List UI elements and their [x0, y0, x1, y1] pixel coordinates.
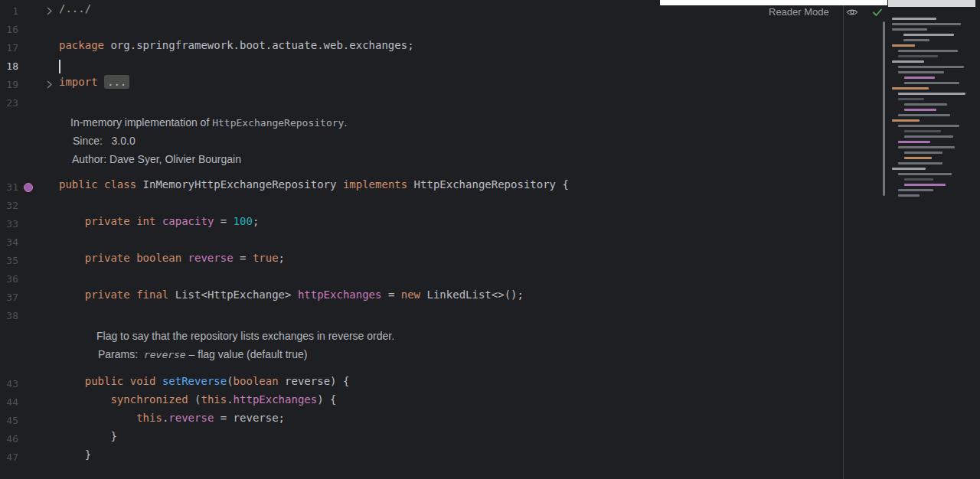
code-line[interactable]: 35 private boolean reverse = true;: [0, 252, 980, 270]
code-line[interactable]: 19import ...: [0, 76, 980, 94]
code-token: HttpExchangeRepository: [212, 117, 344, 129]
line-content: synchronized (this.httpExchanges) {: [59, 393, 980, 412]
minimap-line: [898, 162, 942, 165]
line-content: [59, 307, 980, 325]
line-number[interactable]: 1: [0, 2, 18, 21]
rendered-doc-line[interactable]: Flag to say that the repository lists ex…: [0, 330, 980, 348]
line-content: package org.springframework.boot.actuate…: [59, 39, 980, 57]
code-line[interactable]: 38: [0, 307, 980, 325]
minimap-line: [903, 34, 954, 36]
line-number[interactable]: 47: [0, 448, 18, 467]
fold-arrow-icon[interactable]: [44, 79, 55, 90]
code-line[interactable]: 23: [0, 94, 980, 112]
code-line[interactable]: 37 private final List<HttpExchange> http…: [0, 288, 980, 307]
minimap-line: [892, 60, 924, 63]
scrollbar-thumb[interactable]: [883, 21, 885, 196]
line-number[interactable]: 46: [0, 430, 18, 448]
code-line[interactable]: 47 }: [0, 448, 980, 467]
fold-arrow-icon[interactable]: [44, 5, 55, 17]
line-number[interactable]: 17: [0, 39, 18, 57]
gutter: [0, 135, 59, 153]
code-line[interactable]: 16: [0, 21, 980, 39]
line-number[interactable]: 43: [0, 375, 18, 393]
code-token: [59, 375, 85, 387]
code-line[interactable]: 17package org.springframework.boot.actua…: [0, 39, 980, 57]
minimap-line: [904, 152, 942, 154]
minimap-line: [892, 168, 926, 170]
rendered-doc-line[interactable]: Since: 3.0.0: [0, 135, 980, 153]
editor-rows: 1/.../1617package org.springframework.bo…: [0, 2, 980, 467]
minimap-line: [898, 55, 938, 57]
gutter: 16: [0, 21, 59, 39]
gutter: 34: [0, 233, 59, 252]
gutter: 17: [0, 39, 59, 57]
line-number[interactable]: 16: [0, 21, 18, 39]
gutter: 18: [0, 57, 59, 76]
code-editor[interactable]: 1/.../1617package org.springframework.bo…: [0, 0, 980, 479]
gutter: 36: [0, 270, 59, 288]
code-line[interactable]: 33 private int capacity = 100;: [0, 215, 980, 233]
code-line[interactable]: 36: [0, 270, 980, 288]
reader-mode-label[interactable]: Reader Mode: [769, 6, 829, 19]
code-line[interactable]: 18: [0, 57, 980, 76]
line-number[interactable]: 35: [0, 252, 18, 270]
code-token: reverse: [144, 349, 186, 360]
code-line[interactable]: 46 }: [0, 430, 980, 448]
code-token: boolean: [234, 375, 279, 387]
line-content: this.reverse = reverse;: [59, 412, 980, 430]
minimap-line: [892, 119, 920, 122]
gutter: 45: [0, 412, 59, 430]
code-line[interactable]: 31public class InMemoryHttpExchangeRepos…: [0, 178, 980, 197]
code-token: reverse) {: [279, 375, 350, 387]
code-token: InMemoryHttpExchangeRepository: [143, 178, 343, 191]
code-token: /.../: [59, 2, 91, 15]
line-number[interactable]: 31: [0, 178, 18, 197]
minimap-line: [898, 66, 964, 68]
line-content: [59, 57, 980, 76]
gutter: 37: [0, 288, 59, 307]
minimap-line: [898, 194, 920, 197]
code-line[interactable]: 44 synchronized (this.httpExchanges) {: [0, 393, 980, 412]
code-line[interactable]: 45 this.reverse = reverse;: [0, 412, 980, 430]
line-number[interactable]: 36: [0, 270, 18, 288]
inspections-ok-icon[interactable]: [871, 6, 884, 18]
code-line[interactable]: 32: [0, 197, 980, 215]
minimap-line: [898, 146, 955, 148]
rendered-doc-line[interactable]: Author: Dave Syer, Olivier Bourgain: [0, 153, 980, 171]
line-number[interactable]: 32: [0, 197, 18, 215]
line-number[interactable]: 19: [0, 76, 18, 94]
gutter: [0, 116, 59, 135]
minimap-line: [904, 77, 935, 79]
code-line[interactable]: 43 public void setReverse(boolean revers…: [0, 375, 980, 393]
line-number[interactable]: 34: [0, 233, 18, 252]
code-token: Since: 3.0.0: [73, 135, 136, 147]
line-content: public void setReverse(boolean reverse) …: [59, 375, 980, 393]
minimap-line: [903, 39, 929, 41]
eye-icon[interactable]: [846, 6, 858, 18]
code-token: = reverse;: [214, 412, 285, 424]
code-line[interactable]: 34: [0, 233, 980, 252]
line-number[interactable]: 23: [0, 94, 18, 112]
line-number[interactable]: 38: [0, 307, 18, 325]
code-token: Flag to say that the repository lists ex…: [96, 330, 394, 342]
minimap[interactable]: [888, 8, 978, 207]
line-number[interactable]: 45: [0, 412, 18, 430]
line-number[interactable]: 44: [0, 393, 18, 412]
code-token: import: [59, 76, 104, 88]
line-content: [59, 270, 980, 288]
minimap-line: [898, 114, 950, 116]
code-token: httpExchanges: [298, 288, 382, 301]
minimap-line: [898, 141, 930, 143]
code-token: synchronized: [110, 393, 194, 406]
code-token: (: [227, 375, 233, 387]
line-number[interactable]: 33: [0, 215, 18, 233]
minimap-line: [904, 178, 933, 181]
rendered-doc-line[interactable]: Params: reverse – flag value (default tr…: [0, 348, 980, 367]
rendered-doc-line[interactable]: In-memory implementation of HttpExchange…: [0, 116, 980, 135]
class-gutter-icon[interactable]: [23, 182, 34, 193]
line-number[interactable]: 18: [0, 57, 18, 76]
minimap-line: [892, 18, 936, 20]
code-token: setReverse: [162, 375, 227, 387]
line-number[interactable]: 37: [0, 288, 18, 307]
gutter: 47: [0, 448, 59, 467]
